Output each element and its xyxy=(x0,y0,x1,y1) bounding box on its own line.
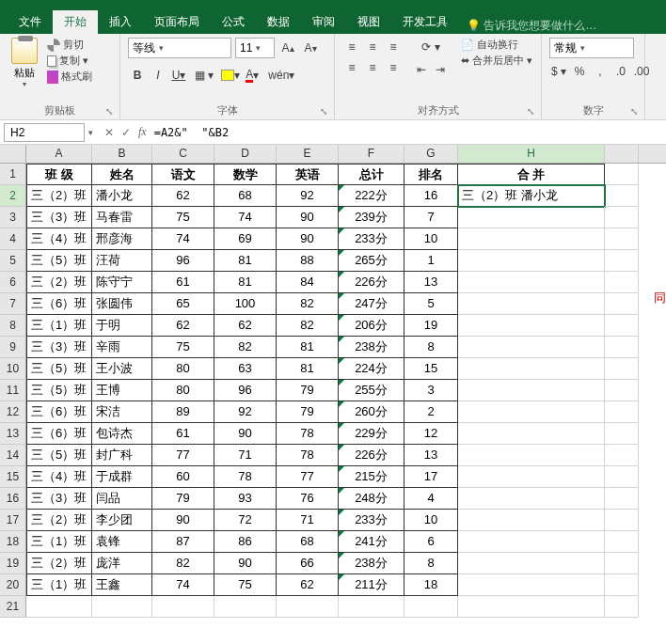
cell[interactable] xyxy=(605,466,639,488)
cell[interactable]: 8 xyxy=(404,337,458,358)
row-header[interactable]: 19 xyxy=(0,553,26,574)
cell[interactable] xyxy=(605,315,639,337)
cell[interactable]: 辛雨 xyxy=(92,337,152,358)
cell[interactable]: 13 xyxy=(404,272,458,293)
cell[interactable]: 78 xyxy=(277,445,339,466)
cell[interactable]: 81 xyxy=(277,337,339,358)
row-header[interactable]: 17 xyxy=(0,510,26,531)
cell[interactable] xyxy=(458,401,605,423)
cell[interactable]: 包诗杰 xyxy=(92,423,152,445)
active-cell[interactable]: 三（2）班 潘小龙 xyxy=(458,185,605,207)
cell[interactable]: 10 xyxy=(404,510,458,531)
tab-review[interactable]: 审阅 xyxy=(301,10,346,34)
percent-button[interactable]: % xyxy=(570,62,589,81)
cell[interactable]: 三（5）班 xyxy=(26,380,92,401)
row-header[interactable]: 3 xyxy=(0,207,26,228)
grow-font-button[interactable]: A▴ xyxy=(278,39,297,57)
number-launcher[interactable]: ⤡ xyxy=(630,106,642,118)
row-header[interactable]: 7 xyxy=(0,293,26,315)
cell[interactable]: 庞洋 xyxy=(92,553,152,574)
cell[interactable]: 76 xyxy=(277,488,339,510)
cell[interactable] xyxy=(458,272,605,293)
cell[interactable] xyxy=(458,510,605,531)
cell[interactable] xyxy=(92,596,152,618)
cell[interactable]: 1 xyxy=(404,250,458,272)
row-header[interactable]: 20 xyxy=(0,574,26,596)
row-header[interactable]: 4 xyxy=(0,228,26,250)
cell[interactable]: 79 xyxy=(277,380,339,401)
cell[interactable]: 5 xyxy=(404,293,458,315)
cell[interactable]: 215分 xyxy=(339,466,404,488)
cell[interactable]: 96 xyxy=(152,250,214,272)
underline-button[interactable]: U ▾ xyxy=(169,66,188,85)
cell[interactable]: 张圆伟 xyxy=(92,293,152,315)
cell[interactable]: 7 xyxy=(404,207,458,228)
cell[interactable]: 2 xyxy=(404,401,458,423)
row-header[interactable]: 11 xyxy=(0,380,26,401)
cell[interactable]: 265分 xyxy=(339,250,404,272)
cell[interactable]: 233分 xyxy=(339,510,404,531)
borders-button[interactable]: ▦ ▾ xyxy=(194,66,214,85)
cell[interactable] xyxy=(26,596,92,618)
cell[interactable] xyxy=(458,445,605,466)
cell[interactable]: 袁锋 xyxy=(92,531,152,553)
cell[interactable]: 241分 xyxy=(339,531,404,553)
cell[interactable]: 233分 xyxy=(339,228,404,250)
cell[interactable] xyxy=(404,596,458,618)
cell[interactable] xyxy=(458,488,605,510)
cell[interactable] xyxy=(458,315,605,337)
italic-button[interactable]: I xyxy=(149,66,167,85)
cell[interactable]: 224分 xyxy=(339,358,404,380)
cell[interactable]: 66 xyxy=(277,553,339,574)
col-header-E[interactable]: E xyxy=(277,145,339,163)
cell[interactable] xyxy=(458,596,605,618)
cell[interactable]: 238分 xyxy=(339,553,404,574)
cell[interactable]: 77 xyxy=(152,445,214,466)
tab-developer[interactable]: 开发工具 xyxy=(391,10,459,34)
tell-me[interactable]: 💡 告诉我您想要做什么… xyxy=(467,18,596,34)
enter-formula-button[interactable]: ✓ xyxy=(118,126,135,139)
cell[interactable]: 100 xyxy=(214,293,277,315)
cell[interactable]: 16 xyxy=(404,185,458,207)
cell[interactable] xyxy=(339,596,404,618)
cell[interactable] xyxy=(605,488,639,510)
cell[interactable]: 60 xyxy=(152,466,214,488)
cell[interactable] xyxy=(458,293,605,315)
cell[interactable]: 13 xyxy=(404,445,458,466)
tab-view[interactable]: 视图 xyxy=(346,10,391,34)
tab-page-layout[interactable]: 页面布局 xyxy=(143,10,211,34)
cell[interactable] xyxy=(605,423,639,445)
accounting-format-button[interactable]: $ ▾ xyxy=(549,62,568,81)
row-header[interactable]: 6 xyxy=(0,272,26,293)
cell[interactable] xyxy=(605,358,639,380)
cell[interactable] xyxy=(605,553,639,574)
cell[interactable]: 宋洁 xyxy=(92,401,152,423)
cell[interactable]: 206分 xyxy=(339,315,404,337)
worksheet[interactable]: A B C D E F G H 1班 级姓名语文数学英语总计排名合 并2三（2）… xyxy=(0,145,666,618)
cell[interactable]: 72 xyxy=(214,510,277,531)
cell[interactable]: 数学 xyxy=(214,164,277,185)
cell[interactable]: 74 xyxy=(214,207,277,228)
cell[interactable]: 82 xyxy=(152,553,214,574)
cell[interactable]: 90 xyxy=(277,228,339,250)
cell[interactable]: 王博 xyxy=(92,380,152,401)
row-header[interactable]: 5 xyxy=(0,250,26,272)
cell[interactable]: 三（6）班 xyxy=(26,423,92,445)
cell[interactable]: 260分 xyxy=(339,401,404,423)
cell[interactable] xyxy=(458,250,605,272)
row-header[interactable]: 10 xyxy=(0,358,26,380)
cell[interactable] xyxy=(605,164,639,185)
row-header[interactable]: 13 xyxy=(0,423,26,445)
cell[interactable] xyxy=(458,228,605,250)
cell[interactable]: 王小波 xyxy=(92,358,152,380)
cell[interactable]: 三（1）班 xyxy=(26,315,92,337)
bold-button[interactable]: B xyxy=(128,66,147,85)
fill-color-button[interactable]: ▾ xyxy=(220,66,241,85)
cell[interactable]: 77 xyxy=(277,466,339,488)
cell[interactable]: 三（4）班 xyxy=(26,228,92,250)
paste-button[interactable]: 粘贴 ▾ xyxy=(8,38,41,102)
cancel-formula-button[interactable]: ✕ xyxy=(101,126,118,139)
cell[interactable]: 李少团 xyxy=(92,510,152,531)
cell[interactable]: 92 xyxy=(277,185,339,207)
cell[interactable]: 三（3）班 xyxy=(26,207,92,228)
